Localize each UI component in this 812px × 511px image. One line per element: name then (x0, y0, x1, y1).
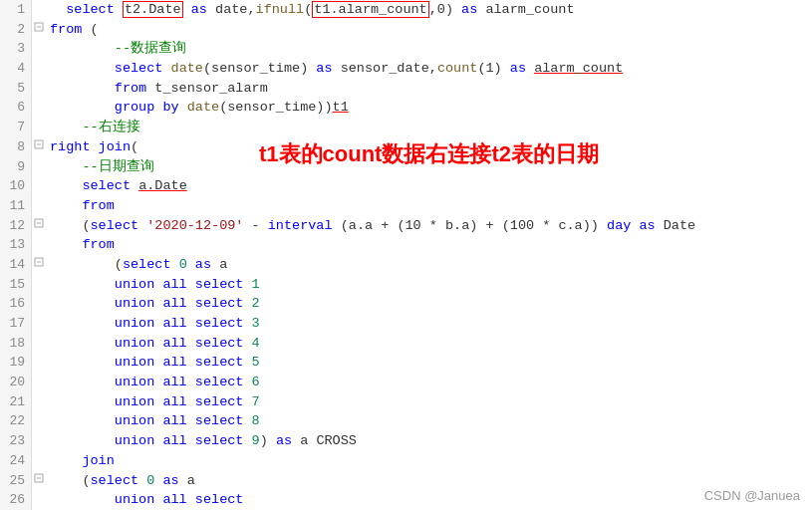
line-content: union all select 1 (46, 275, 260, 295)
code-line: 4 select date(sensor_time) as sensor_dat… (0, 59, 812, 79)
line-number: 2 (0, 20, 32, 40)
line-number: 8 (0, 137, 32, 157)
annotation-text: t1表的count数据右连接t2表的日期 (259, 139, 599, 169)
code-line: 2from ( (0, 20, 812, 40)
line-content: union all select 5 (46, 353, 260, 373)
line-number: 15 (0, 275, 32, 295)
line-number: 18 (0, 334, 32, 354)
code-line: 12 (select '2020-12-09' - interval (a.a … (0, 216, 812, 236)
code-line: 5 from t_sensor_alarm (0, 79, 812, 99)
code-line: 16 union all select 2 (0, 294, 812, 314)
code-line: 14 (select 0 as a (0, 255, 812, 275)
line-content: right join( (46, 137, 138, 157)
line-content: from (46, 196, 115, 216)
line-number: 20 (0, 373, 32, 392)
code-line: 22 union all select 8 (0, 411, 812, 431)
line-content: union all select 7 (46, 392, 260, 412)
code-line: 7 --右连接 (0, 118, 812, 137)
line-content: --数据查询 (46, 39, 186, 59)
line-number: 23 (0, 431, 32, 451)
line-number: 10 (0, 176, 32, 196)
line-number: 11 (0, 196, 32, 216)
code-line: 3 --数据查询 (0, 39, 812, 59)
line-content: (select '2020-12-09' - interval (a.a + (… (46, 216, 695, 236)
line-number: 5 (0, 79, 32, 99)
code-line: 25 (select 0 as a (0, 471, 812, 491)
line-number: 9 (0, 157, 32, 177)
line-content: group by date(sensor_time))t1 (46, 98, 349, 118)
line-number: 22 (0, 411, 32, 431)
watermark: CSDN @Januea (704, 488, 800, 503)
line-content: select t2.Date as date,ifnull(t1.alarm_c… (46, 0, 575, 20)
fold-icon[interactable] (32, 471, 46, 491)
code-line: 10 select a.Date (0, 176, 812, 196)
code-line: 24 join (0, 451, 812, 471)
code-line: 13 from (0, 235, 812, 255)
line-number: 12 (0, 216, 32, 236)
code-line: 26 union all select (0, 490, 812, 510)
code-line: 11 from (0, 196, 812, 216)
code-line: 19 union all select 5 (0, 353, 812, 373)
line-number: 13 (0, 235, 32, 255)
fold-icon[interactable] (32, 255, 46, 275)
line-content: select date(sensor_time) as sensor_date,… (46, 59, 623, 79)
line-content: join (46, 451, 115, 471)
fold-icon[interactable] (32, 216, 46, 236)
line-number: 3 (0, 39, 32, 59)
line-content: from t_sensor_alarm (46, 79, 268, 99)
line-content: union all select (46, 490, 252, 510)
line-number: 25 (0, 471, 32, 491)
fold-icon[interactable] (32, 20, 46, 40)
code-line: 6 group by date(sensor_time))t1 (0, 98, 812, 118)
line-content: union all select 9) as a CROSS (46, 431, 357, 451)
line-content: from ( (46, 20, 99, 40)
line-content: union all select 6 (46, 373, 260, 392)
line-number: 7 (0, 118, 32, 137)
line-number: 24 (0, 451, 32, 471)
code-line: 1 select t2.Date as date,ifnull(t1.alarm… (0, 0, 812, 20)
code-line: 20 union all select 6 (0, 373, 812, 392)
code-line: 15 union all select 1 (0, 275, 812, 295)
code-line: 23 union all select 9) as a CROSS (0, 431, 812, 451)
line-content: (select 0 as a (46, 471, 195, 491)
line-content: --日期查询 (46, 157, 154, 177)
line-number: 1 (0, 0, 32, 20)
line-number: 21 (0, 392, 32, 412)
line-content: select a.Date (46, 176, 187, 196)
line-content: union all select 2 (46, 294, 260, 314)
line-number: 6 (0, 98, 32, 118)
line-content: (select 0 as a (46, 255, 227, 275)
line-content: union all select 8 (46, 411, 260, 431)
line-content: --右连接 (46, 118, 140, 137)
line-number: 19 (0, 353, 32, 373)
line-number: 16 (0, 294, 32, 314)
line-content: union all select 4 (46, 334, 260, 354)
line-number: 17 (0, 314, 32, 334)
code-line: 18 union all select 4 (0, 334, 812, 354)
line-number: 14 (0, 255, 32, 275)
line-content: union all select 3 (46, 314, 260, 334)
code-editor: 1 select t2.Date as date,ifnull(t1.alarm… (0, 0, 812, 511)
line-number: 26 (0, 490, 32, 510)
line-content: from (46, 235, 115, 255)
line-number: 4 (0, 59, 32, 79)
fold-icon[interactable] (32, 137, 46, 157)
code-line: 21 union all select 7 (0, 392, 812, 412)
code-line: 17 union all select 3 (0, 314, 812, 334)
